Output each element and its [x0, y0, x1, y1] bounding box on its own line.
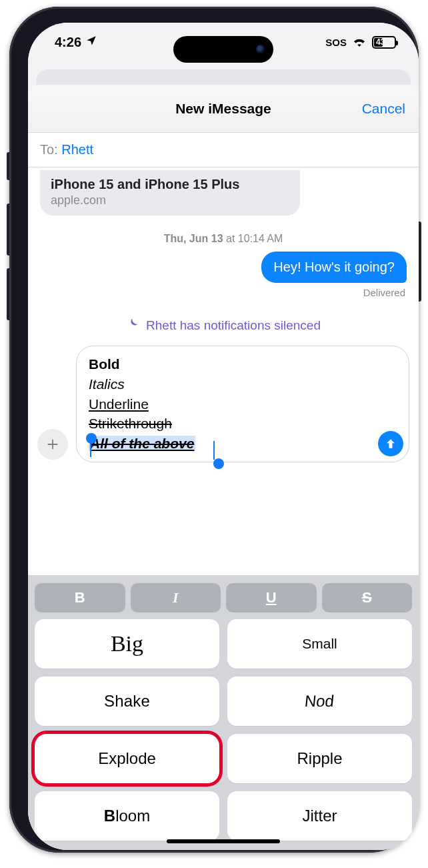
- to-recipient: Rhett: [61, 142, 93, 157]
- format-row: B I U S: [35, 583, 412, 612]
- outgoing-message-bubble[interactable]: Hey! How's it going?: [261, 252, 407, 283]
- compose-sheet: New iMessage Cancel To: Rhett iPhone 15 …: [28, 85, 419, 850]
- send-button[interactable]: [378, 431, 403, 456]
- compose-line-strike: Strikethrough: [89, 414, 375, 434]
- format-strike-button[interactable]: S: [322, 583, 413, 612]
- nav-title: New iMessage: [175, 101, 271, 117]
- timestamp: Thu, Jun 13 at 10:14 AM: [28, 233, 419, 245]
- format-underline-button[interactable]: U: [226, 583, 317, 612]
- compose-text-input[interactable]: Bold Italics Underline Strikethrough All…: [76, 346, 409, 462]
- effect-ripple-button[interactable]: Ripple: [227, 734, 412, 783]
- compose-line-italics: Italics: [89, 374, 375, 394]
- compose-line-underline: Underline: [89, 394, 375, 414]
- effect-explode-button[interactable]: Explode: [35, 734, 219, 783]
- text-effects-panel: B I U S Big Small Shake Nod Explode Ripp…: [28, 575, 419, 850]
- selection-handle-start[interactable]: [86, 433, 97, 444]
- effect-bloom-button[interactable]: Bloom: [35, 791, 219, 841]
- phone-frame: 4:26 SOS 43 New iMessage Cancel: [9, 7, 419, 853]
- silenced-text: Rhett has notifications silenced: [146, 318, 321, 333]
- format-italic-button[interactable]: I: [131, 583, 221, 612]
- compose-line-bold: Bold: [89, 354, 375, 374]
- nav-bar: New iMessage Cancel: [28, 85, 419, 133]
- to-field[interactable]: To: Rhett: [28, 133, 419, 167]
- selection-caret-end: [213, 441, 215, 460]
- selection-handle-end[interactable]: [213, 458, 224, 469]
- compose-row: Bold Italics Underline Strikethrough All…: [28, 346, 419, 473]
- dynamic-island: [173, 36, 273, 63]
- effect-jitter-button[interactable]: Jitter: [227, 791, 412, 841]
- notifications-silenced-banner[interactable]: Rhett has notifications silenced: [28, 317, 419, 334]
- effect-nod-button[interactable]: Nod: [227, 677, 412, 726]
- to-label: To:: [40, 142, 58, 157]
- format-bold-button[interactable]: B: [35, 583, 125, 612]
- moon-icon: [126, 317, 139, 334]
- location-icon: [85, 35, 97, 50]
- effect-shake-button[interactable]: Shake: [35, 677, 219, 726]
- selection-caret-start: [90, 438, 91, 457]
- effect-grid: Big Small Shake Nod Explode Ripple Bloom…: [35, 619, 412, 841]
- compose-line-all-selected: All of the above: [89, 436, 195, 451]
- delivered-status: Delivered: [28, 287, 405, 298]
- wifi-icon: [352, 35, 367, 50]
- sos-indicator: SOS: [325, 37, 347, 48]
- link-preview-title: iPhone 15 and iPhone 15 Plus: [51, 177, 289, 192]
- effect-small-button[interactable]: Small: [227, 619, 412, 669]
- status-time: 4:26: [55, 35, 81, 50]
- add-attachment-button[interactable]: [37, 429, 68, 460]
- link-preview-domain: apple.com: [51, 193, 289, 207]
- conversation-scroll[interactable]: iPhone 15 and iPhone 15 Plus apple.com T…: [28, 167, 419, 575]
- effect-big-button[interactable]: Big: [35, 619, 219, 669]
- battery-icon: 43: [372, 36, 396, 49]
- home-indicator[interactable]: [167, 839, 280, 843]
- cancel-button[interactable]: Cancel: [362, 101, 405, 117]
- screen: 4:26 SOS 43 New iMessage Cancel: [28, 23, 419, 850]
- link-preview[interactable]: iPhone 15 and iPhone 15 Plus apple.com: [40, 170, 300, 215]
